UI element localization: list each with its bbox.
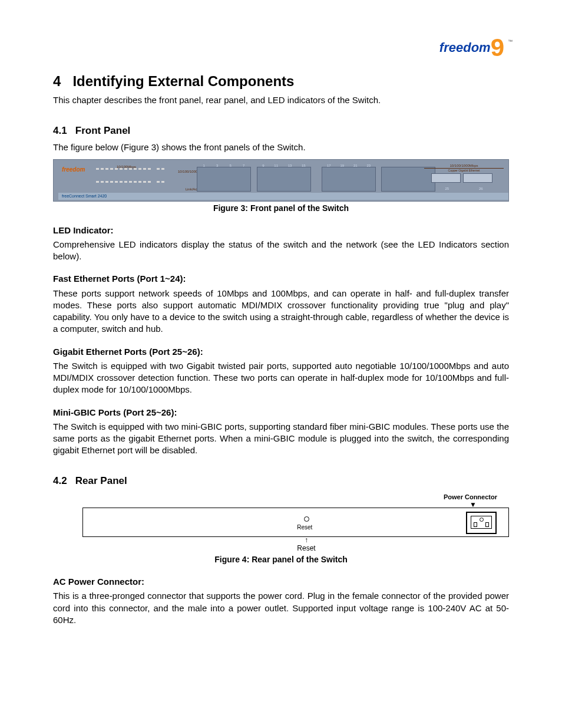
fp-led-block: 10/100Mbps 10/100/1000Mbps Link/Act xyxy=(96,168,187,189)
section-title: Rear Panel xyxy=(75,475,127,486)
power-connector-label: Power Connector xyxy=(82,493,497,502)
reset-label-outer: Reset xyxy=(104,543,509,553)
arrow-down-icon: ▼ xyxy=(82,502,477,508)
brand-text: freedom xyxy=(439,39,491,57)
reset-label-inner: Reset xyxy=(297,523,312,532)
fp-gbic-sub-label: Copper Gigabit Ethernet xyxy=(424,168,504,173)
fp-model-label: freeConnect Smart 2420 xyxy=(58,193,508,199)
arrow-up-icon: ↑ xyxy=(104,537,509,543)
figure-3-caption: Figure 3: Front panel of the Switch xyxy=(53,203,509,214)
figure-front-panel: freedom 10/100Mbps 10/100/1000Mbps Link/… xyxy=(53,159,509,202)
fast-ethernet-body: These ports support network speeds of 10… xyxy=(53,288,509,335)
chapter-number: 4 xyxy=(53,73,61,89)
gigabit-ethernet-heading: Gigabit Ethernet Ports (Port 25~26): xyxy=(53,346,509,358)
fp-link-label: Link/Act xyxy=(186,187,198,192)
fp-port-group-2: 9111315 xyxy=(257,167,311,192)
brand-nine-icon: 9 xyxy=(491,35,504,60)
fp-brand-logo: freedom xyxy=(62,166,85,174)
chapter-intro: This chapter describes the front panel, … xyxy=(53,94,509,106)
section-title: Front Panel xyxy=(75,125,131,136)
fp-port-group-3: 17192123 xyxy=(322,167,376,192)
section-4-1-heading: 4.1 Front Panel xyxy=(53,124,509,138)
mini-gbic-body: The Switch is equipped with two mini-GBI… xyxy=(53,421,509,457)
fp-gbic-top-label: 10/100/1000Mbps xyxy=(430,163,498,168)
reset-hole-icon xyxy=(304,516,309,522)
trademark-icon: ™ xyxy=(508,39,513,44)
section-number: 4.1 xyxy=(53,125,67,136)
fp-gbic-slot-26 xyxy=(463,173,492,183)
figure-rear-panel: Reset xyxy=(82,508,509,537)
fp-gbic-slot-25 xyxy=(431,173,461,183)
section-number: 4.2 xyxy=(53,475,67,486)
fast-ethernet-heading: Fast Ethernet Ports (Port 1~24): xyxy=(53,273,509,285)
figure-rear-panel-wrap: Power Connector ▼ Reset ↑ Reset xyxy=(82,493,509,554)
gigabit-ethernet-body: The Switch is equipped with two Gigabit … xyxy=(53,360,509,396)
fp-speed-label-1: 10/100Mbps xyxy=(117,164,136,169)
chapter-heading: 4 Identifying External Components xyxy=(53,72,509,91)
fp-port-group-1: 1357 xyxy=(197,167,251,192)
section-4-2-heading: 4.2 Rear Panel xyxy=(53,475,509,488)
fp-gbic-block: 10/100/1000Mbps Copper Gigabit Ethernet … xyxy=(430,169,498,189)
led-indicator-heading: LED Indicator: xyxy=(53,225,509,236)
power-connector-icon xyxy=(466,512,497,534)
figure-4-caption: Figure 4: Rear panel of the Switch xyxy=(53,554,509,565)
brand-logo: freedom9™ xyxy=(53,35,509,60)
mini-gbic-heading: Mini-GBIC Ports (Port 25~26): xyxy=(53,407,509,419)
led-indicator-body: Comprehensive LED indicators display the… xyxy=(53,239,509,263)
chapter-title: Identifying External Components xyxy=(72,73,294,89)
ac-power-body: This is a three-pronged connector that s… xyxy=(53,590,509,626)
section-4-1-lead: The figure below (Figure 3) shows the fr… xyxy=(53,141,509,153)
ac-power-heading: AC Power Connector: xyxy=(53,576,509,588)
